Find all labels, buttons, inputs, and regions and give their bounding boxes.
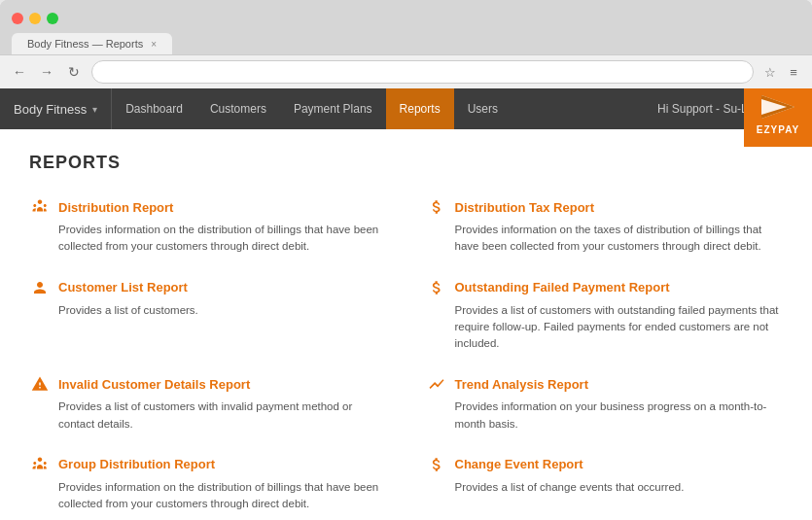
address-bar[interactable] [91,60,754,84]
report-item-customer-list: Customer List Report Provides a list of … [29,277,387,353]
report-item-distribution-tax: Distribution Tax Report Provides informa… [426,196,784,256]
invalid-customer-report-icon [29,373,51,395]
browser-toolbar: ← → ↻ ☆ ≡ [0,54,812,88]
distribution-tax-report-desc: Provides information on the taxes of dis… [426,222,784,256]
customer-list-report-icon [29,277,51,298]
invalid-customer-report-desc: Provides a list of customers with invali… [29,399,387,433]
report-title-row: Group Distribution Report [29,454,387,475]
report-title-row: Trend Analysis Report [426,373,784,395]
distribution-report-link[interactable]: Distribution Report [58,200,173,215]
report-item-invalid-customer: Invalid Customer Details Report Provides… [29,373,387,433]
brand-dropdown-icon: ▾ [92,104,97,115]
change-event-report-link[interactable]: Change Event Report [455,457,583,471]
tab-close-button[interactable]: × [151,39,157,50]
reports-grid: Distribution Report Provides information… [29,196,783,520]
report-item-trend-analysis: Trend Analysis Report Provides informati… [426,373,784,433]
main-content: REPORTS Distribution Report Provides inf… [0,129,812,520]
menu-icon[interactable]: ≡ [785,63,802,81]
group-distribution-report-link[interactable]: Group Distribution Report [58,457,215,471]
trend-analysis-report-desc: Provides information on your business pr… [426,399,784,433]
distribution-tax-report-link[interactable]: Distribution Tax Report [455,200,594,215]
maximize-button[interactable] [47,13,58,24]
distribution-tax-report-icon [426,196,447,218]
report-title-row: Invalid Customer Details Report [29,373,387,395]
minimize-button[interactable] [29,13,41,24]
change-event-report-desc: Provides a list of change events that oc… [426,479,784,496]
nav-item-reports[interactable]: Reports [386,88,454,129]
trend-analysis-report-link[interactable]: Trend Analysis Report [455,377,589,392]
ezypay-text: EZYPAY [757,124,799,135]
back-button[interactable]: ← [10,62,29,82]
group-distribution-report-icon [29,454,51,475]
report-title-row: Outstanding Failed Payment Report [426,277,784,298]
nav-item-customers[interactable]: Customers [196,88,280,129]
tab-label: Body Fitness — Reports [27,38,143,50]
browser-tabs: Body Fitness — Reports × [0,33,812,54]
nav-brand[interactable]: Body Fitness ▾ [0,88,112,129]
ezypay-logo: EZYPAY [744,88,812,147]
report-item-distribution: Distribution Report Provides information… [29,196,387,256]
forward-button[interactable]: → [37,62,56,82]
nav-item-payment-plans[interactable]: Payment Plans [280,88,386,129]
report-item-group-distribution: Group Distribution Report Provides infor… [29,454,387,513]
close-button[interactable] [12,13,23,24]
customer-list-report-desc: Provides a list of customers. [29,302,387,319]
report-item-outstanding-failed: Outstanding Failed Payment Report Provid… [426,277,784,353]
bookmark-icon[interactable]: ☆ [761,63,779,81]
change-event-report-icon [426,454,447,475]
report-item-change-event: Change Event Report Provides a list of c… [426,454,784,513]
nav-item-users[interactable]: Users [454,88,512,129]
refresh-button[interactable]: ↻ [64,62,84,82]
report-title-row: Customer List Report [29,277,387,298]
outstanding-failed-report-icon [426,277,447,298]
outstanding-failed-report-desc: Provides a list of customers with outsta… [426,302,784,353]
browser-tab[interactable]: Body Fitness — Reports × [12,33,172,54]
browser-titlebar [0,0,812,29]
distribution-report-desc: Provides information on the distribution… [29,222,387,256]
toolbar-icons: ☆ ≡ [761,63,802,81]
outstanding-failed-report-link[interactable]: Outstanding Failed Payment Report [455,280,670,295]
customer-list-report-link[interactable]: Customer List Report [58,280,188,295]
app-nav: Body Fitness ▾ Dashboard Customers Payme… [0,88,812,129]
nav-item-dashboard[interactable]: Dashboard [112,88,196,129]
browser-chrome: Body Fitness — Reports × ← → ↻ ☆ ≡ [0,0,812,88]
group-distribution-report-desc: Provides information on the distribution… [29,479,387,513]
trend-analysis-report-icon [426,373,447,395]
report-title-row: Distribution Tax Report [426,196,784,218]
report-title-row: Distribution Report [29,196,387,218]
page-title: REPORTS [29,153,783,173]
invalid-customer-report-link[interactable]: Invalid Customer Details Report [58,377,250,392]
ezypay-logo-icon [758,91,798,122]
app-wrapper: Body Fitness ▾ Dashboard Customers Payme… [0,88,812,520]
report-title-row: Change Event Report [426,454,784,475]
distribution-report-icon [29,196,51,218]
brand-name: Body Fitness [14,102,87,117]
